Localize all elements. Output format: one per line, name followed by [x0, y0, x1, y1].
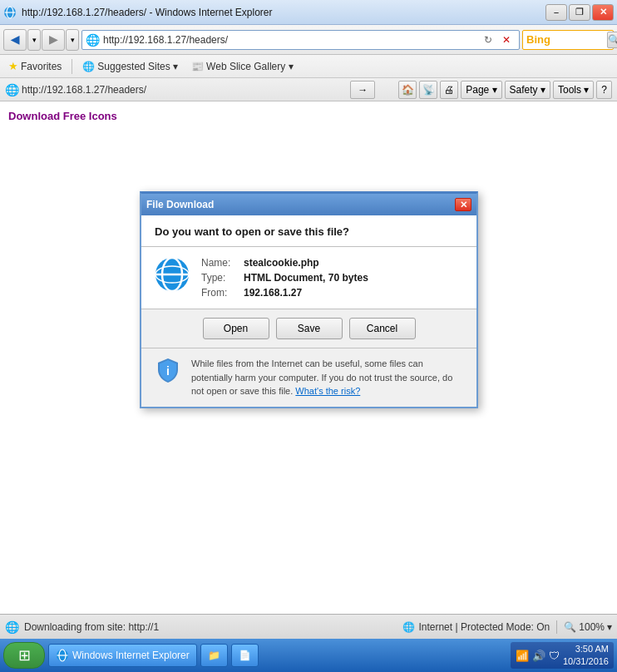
- restore-button[interactable]: ❐: [569, 4, 590, 21]
- security-tray-icon: 🛡: [549, 650, 560, 662]
- dialog-header: Do you want to open or save this file?: [141, 215, 476, 247]
- status-bar: 🌐 Downloading from site: http://1 🌐 Inte…: [0, 614, 617, 639]
- speaker-tray-icon: 🔊: [532, 650, 545, 662]
- url-display: 🌐 http://192.168.1.27/headers/: [5, 83, 347, 96]
- zoom-dropdown-icon: ▾: [607, 621, 612, 633]
- close-button[interactable]: ✕: [592, 4, 614, 21]
- taskbar: ⊞ Windows Internet Explorer 📁 📄 📶 🔊 🛡 3:…: [0, 639, 617, 672]
- address-input[interactable]: [103, 34, 479, 46]
- security-zone: 🌐 Internet | Protected Mode: On: [402, 621, 550, 633]
- back-dropdown-button[interactable]: ▾: [27, 29, 41, 51]
- forward-button[interactable]: ▶: [42, 29, 65, 51]
- zone-globe-icon: 🌐: [402, 621, 415, 633]
- notepad-taskbar-item[interactable]: 📄: [231, 644, 259, 667]
- address-bar[interactable]: 🌐 ↻ ✕: [81, 30, 520, 50]
- bing-search-bar: Bing 🔍: [522, 30, 614, 50]
- file-name-row: Name: stealcookie.php: [201, 257, 368, 269]
- clock-area: 3:50 AM 10/31/2016: [563, 643, 609, 669]
- ie-taskbar-label: Windows Internet Explorer: [72, 650, 190, 661]
- bing-search-icon: 🔍: [608, 34, 617, 46]
- go-button[interactable]: →: [350, 81, 375, 99]
- favorites-bar: ★ Favorites 🌐 Suggested Sites ▾ 📰 Web Sl…: [0, 55, 617, 78]
- ie-title-icon: [3, 6, 17, 19]
- safety-label: Safety ▾: [510, 84, 545, 96]
- type-label: Type:: [201, 272, 239, 284]
- dialog-title-text: File Download: [146, 199, 214, 210]
- title-bar-text: http://192.168.1.27/headers/ - Windows I…: [22, 7, 273, 18]
- folder-taskbar-item[interactable]: 📁: [200, 644, 228, 667]
- tools-menu-button[interactable]: Tools ▾: [553, 81, 594, 99]
- bing-search-button[interactable]: 🔍: [607, 32, 617, 48]
- status-right: 🌐 Internet | Protected Mode: On 🔍 100% ▾: [402, 620, 612, 634]
- zoom-control[interactable]: 🔍 100% ▾: [564, 621, 612, 633]
- file-info-section: Name: stealcookie.php Type: HTML Documen…: [201, 257, 368, 299]
- forward-dropdown-button[interactable]: ▾: [66, 29, 79, 51]
- from-label: From:: [201, 287, 239, 299]
- title-bar-buttons: − ❐ ✕: [545, 4, 614, 21]
- file-download-dialog: File Download ✕ Do you want to open or s…: [140, 191, 478, 408]
- title-bar-left: http://192.168.1.27/headers/ - Windows I…: [3, 6, 273, 19]
- dialog-body: Name: stealcookie.php Type: HTML Documen…: [141, 247, 476, 309]
- clock-date: 10/31/2016: [563, 655, 609, 668]
- dialog-warning-section: i While files from the Internet can be u…: [141, 348, 476, 407]
- name-value: stealcookie.php: [244, 257, 319, 269]
- dialog-overlay: File Download ✕ Do you want to open or s…: [0, 101, 617, 567]
- main-content: Download Free Icons File Download ✕ Do y…: [0, 101, 617, 567]
- rss-button[interactable]: 📡: [419, 81, 437, 99]
- zone-text: Internet | Protected Mode: On: [418, 621, 550, 633]
- cancel-button[interactable]: Cancel: [349, 318, 416, 339]
- address-stop-button[interactable]: ✕: [497, 31, 516, 49]
- save-button[interactable]: Save: [276, 318, 343, 339]
- warning-text: While files from the Internet can be use…: [191, 357, 463, 398]
- svg-text:i: i: [166, 364, 170, 378]
- back-forward-group: ◀ ▾ ▶ ▾: [3, 29, 79, 51]
- title-bar: http://192.168.1.27/headers/ - Windows I…: [0, 0, 617, 25]
- back-button[interactable]: ◀: [3, 29, 27, 51]
- favorites-star-icon: ★: [8, 60, 18, 72]
- clock-time: 3:50 AM: [563, 643, 609, 655]
- open-button[interactable]: Open: [203, 318, 269, 339]
- ie-taskbar-icon: [56, 649, 69, 662]
- ie-file-icon: [155, 257, 190, 292]
- web-slice-gallery-button[interactable]: 📰 Web Slice Gallery ▾: [188, 59, 296, 74]
- help-button[interactable]: ?: [596, 81, 612, 99]
- warning-shield-icon: i: [155, 357, 181, 383]
- status-left: 🌐 Downloading from site: http://1: [5, 620, 159, 634]
- fav-separator-1: [72, 59, 72, 74]
- help-label: ?: [601, 84, 607, 96]
- dialog-buttons-section: Open Save Cancel: [141, 309, 476, 348]
- dialog-question: Do you want to open or save this file?: [155, 225, 463, 238]
- zoom-text: 100%: [579, 621, 605, 633]
- taskbar-right: 📶 🔊 🛡 3:50 AM 10/31/2016: [511, 642, 614, 669]
- address-refresh-button[interactable]: ↻: [479, 31, 497, 49]
- suggested-sites-label: Suggested Sites ▾: [97, 61, 178, 72]
- dialog-close-button[interactable]: ✕: [455, 198, 471, 211]
- zoom-icon: 🔍: [564, 621, 576, 633]
- web-slice-label: Web Slice Gallery ▾: [206, 61, 293, 72]
- favorites-button[interactable]: ★ Favorites: [5, 58, 65, 74]
- print-button[interactable]: 🖨: [440, 81, 458, 99]
- file-type-row: Type: HTML Document, 70 bytes: [201, 272, 368, 284]
- ie-taskbar-item[interactable]: Windows Internet Explorer: [48, 644, 197, 667]
- status-globe-icon: 🌐: [5, 620, 19, 634]
- whats-risk-link[interactable]: What's the risk?: [295, 386, 360, 396]
- suggested-sites-button[interactable]: 🌐 Suggested Sites ▾: [79, 59, 181, 74]
- minimize-button[interactable]: −: [545, 4, 567, 21]
- page-menu-button[interactable]: Page ▾: [461, 81, 501, 99]
- bing-search-input[interactable]: [554, 34, 604, 46]
- bing-logo: Bing: [526, 33, 550, 46]
- type-value: HTML Document, 70 bytes: [244, 272, 368, 284]
- file-from-row: From: 192.168.1.27: [201, 287, 368, 299]
- suggested-sites-icon: 🌐: [82, 61, 95, 72]
- url-text: http://192.168.1.27/headers/: [22, 84, 146, 96]
- home-button[interactable]: 🏠: [398, 81, 417, 99]
- status-text: Downloading from site: http://1: [24, 621, 159, 633]
- safety-menu-button[interactable]: Safety ▾: [505, 81, 550, 99]
- toolbar-right-buttons: 🏠 📡 🖨 Page ▾ Safety ▾ Tools ▾ ?: [398, 81, 612, 99]
- url-globe-icon: 🌐: [5, 83, 19, 96]
- back-arrow-icon: ◀: [11, 33, 19, 46]
- start-button[interactable]: ⊞: [3, 642, 45, 669]
- tools-label: Tools ▾: [558, 84, 589, 96]
- forward-arrow-icon: ▶: [49, 33, 57, 46]
- address-globe-icon: 🌐: [86, 33, 100, 47]
